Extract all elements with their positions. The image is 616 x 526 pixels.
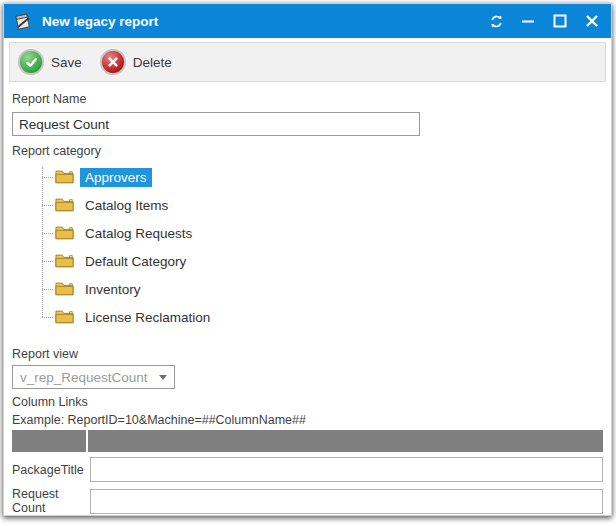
delete-x-icon (100, 49, 126, 75)
column-row-label: Request Count (12, 487, 90, 515)
notepad-pen-icon (13, 11, 33, 31)
folder-icon (55, 169, 74, 185)
toolbar: Save Delete (9, 42, 606, 82)
tree-item-default-category[interactable]: Default Category (42, 247, 603, 275)
column-row-label: PackageTitle (12, 463, 90, 477)
refresh-icon[interactable] (487, 12, 505, 30)
tree-item-inventory[interactable]: Inventory (42, 275, 603, 303)
report-name-label: Report Name (12, 92, 603, 107)
window-controls (487, 12, 601, 30)
header-cell-name (12, 430, 88, 452)
save-button[interactable]: Save (18, 49, 82, 75)
close-icon[interactable] (583, 12, 601, 30)
column-links-header (12, 430, 603, 452)
report-view-label: Report view (12, 347, 603, 362)
tree-item-license-reclamation[interactable]: License Reclamation (42, 303, 603, 331)
titlebar: New legacy report (4, 4, 611, 38)
folder-icon (55, 197, 74, 213)
tree-item-label: Catalog Items (80, 196, 173, 215)
save-button-label: Save (51, 55, 82, 70)
header-cell-link (88, 430, 603, 452)
chevron-down-icon (159, 375, 167, 380)
column-links-label: Column Links (12, 395, 603, 410)
delete-button-label: Delete (133, 55, 172, 70)
tree-item-label: Catalog Requests (80, 224, 197, 243)
report-name-input[interactable] (12, 112, 420, 136)
tree-item-catalog-requests[interactable]: Catalog Requests (42, 219, 603, 247)
delete-button[interactable]: Delete (100, 49, 172, 75)
column-link-row: PackageTitle (12, 457, 603, 482)
report-view-select[interactable]: v_rep_RequestCount (12, 365, 175, 389)
folder-icon (55, 309, 74, 325)
new-legacy-report-dialog: New legacy report (3, 3, 612, 516)
column-links-example: Example: ReportID=10&Machine=##ColumnNam… (12, 413, 603, 428)
dialog-content: Report Name Report category Approvers (4, 82, 611, 515)
tree-item-label: License Reclamation (80, 308, 215, 327)
folder-icon (55, 281, 74, 297)
minimize-icon[interactable] (519, 12, 537, 30)
category-tree: Approvers Catalog Items (42, 163, 603, 331)
window-title: New legacy report (42, 14, 487, 29)
column-link-row: Request Count (12, 487, 603, 515)
packagetitle-link-input[interactable] (90, 457, 603, 482)
report-view-value: v_rep_RequestCount (20, 370, 148, 385)
tree-item-label: Inventory (80, 280, 146, 299)
tree-item-label: Approvers (80, 168, 152, 187)
save-check-icon (18, 49, 44, 75)
maximize-icon[interactable] (551, 12, 569, 30)
tree-item-catalog-items[interactable]: Catalog Items (42, 191, 603, 219)
folder-icon (55, 225, 74, 241)
folder-icon (55, 253, 74, 269)
tree-item-approvers[interactable]: Approvers (42, 163, 603, 191)
report-category-label: Report category (12, 144, 603, 159)
request-count-link-input[interactable] (90, 489, 603, 514)
tree-item-label: Default Category (80, 252, 191, 271)
